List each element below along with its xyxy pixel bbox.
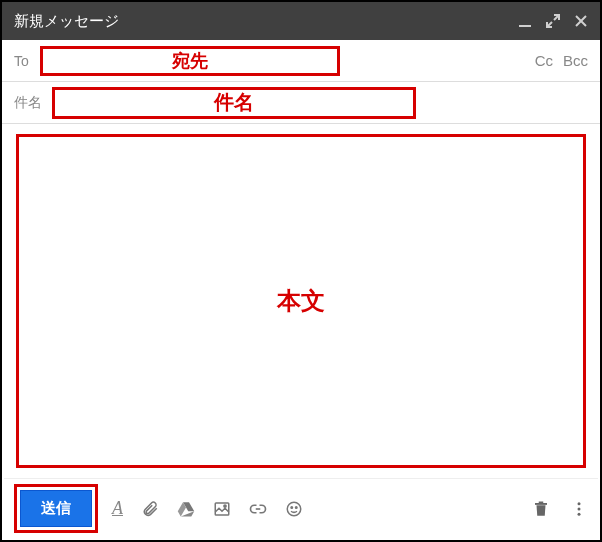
insert-photo-icon[interactable] bbox=[213, 500, 231, 518]
trash-icon[interactable] bbox=[532, 500, 550, 518]
svg-point-5 bbox=[296, 506, 298, 508]
expand-icon[interactable] bbox=[546, 14, 560, 28]
compose-header: 新規メッセージ bbox=[2, 2, 600, 40]
more-options-icon[interactable] bbox=[570, 500, 588, 518]
annotation-subject-text: 件名 bbox=[214, 89, 254, 116]
svg-point-10 bbox=[578, 512, 581, 515]
compose-title: 新規メッセージ bbox=[14, 12, 119, 31]
formatting-icons: A bbox=[112, 498, 303, 519]
annotation-to-text: 宛先 bbox=[172, 49, 208, 73]
svg-rect-7 bbox=[539, 501, 544, 503]
to-row[interactable]: To 宛先 Cc Bcc bbox=[2, 40, 600, 82]
bcc-button[interactable]: Bcc bbox=[563, 52, 588, 69]
subject-row[interactable]: 件名 件名 bbox=[2, 82, 600, 124]
svg-point-8 bbox=[578, 502, 581, 505]
cc-bcc-controls: Cc Bcc bbox=[535, 52, 588, 69]
toolbar-right bbox=[532, 500, 588, 518]
emoji-icon[interactable] bbox=[285, 500, 303, 518]
drive-icon[interactable] bbox=[177, 500, 195, 518]
annotation-to-box: 宛先 bbox=[40, 46, 340, 76]
compose-toolbar: 送信 A bbox=[4, 478, 598, 538]
annotation-send-highlight: 送信 bbox=[14, 484, 98, 533]
annotation-body-text: 本文 bbox=[277, 285, 325, 317]
subject-label: 件名 bbox=[14, 94, 46, 112]
cc-button[interactable]: Cc bbox=[535, 52, 553, 69]
svg-rect-0 bbox=[519, 25, 531, 27]
svg-point-9 bbox=[578, 507, 581, 510]
to-label: To bbox=[14, 53, 42, 69]
svg-point-2 bbox=[224, 504, 226, 506]
font-format-icon[interactable]: A bbox=[112, 498, 123, 519]
annotation-body-box: 本文 bbox=[16, 134, 586, 468]
window-controls bbox=[518, 14, 588, 28]
svg-point-4 bbox=[291, 506, 293, 508]
svg-point-3 bbox=[287, 502, 301, 516]
minimize-icon[interactable] bbox=[518, 14, 532, 28]
close-icon[interactable] bbox=[574, 14, 588, 28]
attachment-icon[interactable] bbox=[141, 500, 159, 518]
annotation-subject-box: 件名 bbox=[52, 87, 416, 119]
body-area[interactable]: 本文 bbox=[2, 124, 600, 474]
send-button[interactable]: 送信 bbox=[20, 490, 92, 527]
insert-link-icon[interactable] bbox=[249, 500, 267, 518]
